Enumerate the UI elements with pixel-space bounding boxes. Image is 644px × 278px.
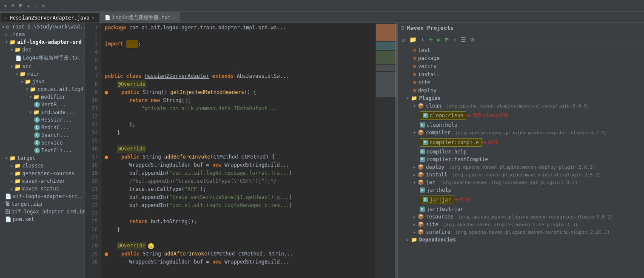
pom-icon: 📄	[5, 216, 11, 222]
grid-icon[interactable]: ⊞	[18, 2, 24, 10]
sidebar-maven-status[interactable]: ▸ 📁 maven-status	[0, 185, 85, 193]
minimap[interactable]	[375, 23, 397, 278]
sidebar-src[interactable]: ▾ 📁 src	[0, 62, 85, 70]
code-line-29: public String addAfterInvoke(CtMethod ct…	[105, 250, 375, 258]
sidebar-target-zip[interactable]: 🗜 target.zip	[0, 200, 85, 208]
maven-grid-btn[interactable]: ⊞	[444, 35, 450, 44]
maven-folder-btn[interactable]: 📁	[408, 35, 418, 44]
arch-folder-icon: 📁	[14, 178, 21, 184]
aif-folder-icon: 📁	[9, 39, 16, 45]
sidebar-gen-sources[interactable]: ▸ 📁 generated-sources	[0, 170, 85, 177]
compiler-expand-arrow[interactable]: ▾	[413, 130, 416, 136]
maven-goal-jar-testjar[interactable]: m jar:test-jar	[398, 205, 644, 213]
deploy-plugin-label: deploy	[426, 164, 444, 170]
maven-goal-compiler-help[interactable]: m compiler:help	[398, 148, 644, 156]
close-icon[interactable]: ✕	[40, 2, 46, 10]
plugins-expand-arrow[interactable]: ▾	[406, 95, 409, 101]
deps-expand-arrow[interactable]: ▸	[406, 237, 409, 243]
add-icon[interactable]: ⊕	[10, 2, 16, 10]
maven-lifecycle-site[interactable]: ⚙ site	[398, 78, 644, 86]
maven-plugin-deploy[interactable]: ▸ 📦 deploy (org.apache.maven.plugins:mav…	[398, 163, 644, 171]
sidebar-main[interactable]: ▾ 📁 main	[0, 70, 85, 78]
surefire-expand-arrow[interactable]: ▸	[413, 229, 416, 235]
src-folder-icon: 📁	[14, 63, 21, 69]
sidebar-idea[interactable]: ▸ .idea	[0, 31, 85, 38]
maven-plugin-resources[interactable]: ▸ 📦 resources (org.apache.maven.plugins:…	[398, 213, 644, 221]
maven-refresh-btn[interactable]: ↺	[400, 35, 406, 44]
maven-lifecycle-test[interactable]: ⚙ test	[398, 46, 644, 54]
sidebar-maven-archiver[interactable]: ▸ 📁 maven-archiver	[0, 177, 85, 185]
maven-plugins-header[interactable]: ▾ 📁 Plugins	[398, 94, 644, 102]
jar-jar-label: jar:jar	[430, 197, 451, 203]
clean-help-icon: m	[420, 122, 425, 128]
maven-lifecycle-install[interactable]: ⚙ install	[398, 70, 644, 78]
compiler-compile-icon: m	[423, 140, 428, 145]
maven-lifecycle-deploy[interactable]: ⚙ deploy	[398, 86, 644, 94]
maven-goal-compiler-testcompile[interactable]: m compiler:testCompile	[398, 156, 644, 163]
minimize-icon[interactable]: —	[33, 2, 39, 10]
install-label: install	[418, 71, 440, 77]
maven-goal-clean-clean[interactable]: m clean:clean	[420, 111, 466, 120]
zip-icon: 🗜	[5, 201, 10, 207]
sidebar-hessian[interactable]: C Hessiar...	[0, 116, 85, 124]
sidebar-aif[interactable]: ▾ 📁 aif-log4x-adapter-srd	[0, 38, 85, 46]
maven-goal-jar-help[interactable]: m jar:help	[398, 186, 644, 194]
maven-settings-btn[interactable]: ⚙	[469, 35, 475, 44]
sidebar-srd[interactable]: ▾ 📁 srd.wade...	[0, 108, 85, 116]
sidebar-service[interactable]: C Service	[0, 139, 85, 147]
code-area[interactable]: package com.ai.aif.log4x.agent.trans.ada…	[101, 23, 375, 278]
maven-plugin-clean[interactable]: ▾ 📦 clean (org.apache.maven.plugins:mave…	[398, 102, 644, 110]
maven-lifecycle-verify[interactable]: ⚙ verify	[398, 62, 644, 70]
srd-label: srd.wade...	[41, 109, 74, 115]
maven-lightning-btn[interactable]: ⚡	[451, 35, 457, 44]
compiler-annotation-text: 编译	[488, 139, 498, 146]
maven-content: ⚙ test ⚙ package ⚙ verify ⚙ install ⚙ si…	[398, 46, 644, 278]
sidebar-root[interactable]: ▾ e-root D:\Study\work\wad...	[0, 23, 85, 31]
sidebar-redis[interactable]: C RedisC...	[0, 124, 85, 131]
sidebar-classes[interactable]: ▸ 📁 classes	[0, 162, 85, 170]
maven-goal-compiler-compile[interactable]: m compiler:compile	[420, 138, 482, 147]
install-expand-arrow[interactable]: ▸	[413, 172, 416, 178]
deploy-expand-arrow[interactable]: ▸	[413, 164, 416, 170]
maven-list-btn[interactable]: ☰	[459, 35, 467, 44]
sidebar-target[interactable]: ▾ 📁 target	[0, 154, 85, 162]
maven-lifecycle-package[interactable]: ⚙ package	[398, 54, 644, 62]
maven-goal-jar-jar[interactable]: m jar:jar	[420, 196, 454, 204]
dropdown-icon[interactable]: ▾	[3, 2, 9, 10]
tab-txt[interactable]: 📄 Log4x埋点新增手册.txt ✕	[100, 12, 180, 23]
gen-label: generated-sources	[22, 170, 74, 176]
tab-java[interactable]: ☕ Hessian2ServerAdapter.java ✕	[0, 12, 99, 23]
maven-dependencies-header[interactable]: ▸ 📁 Dependencies	[398, 236, 644, 244]
sidebar-search[interactable]: C Search...	[0, 131, 85, 139]
tab-txt-close[interactable]: ✕	[173, 15, 176, 20]
maven-run-btn[interactable]: ▶	[436, 35, 442, 44]
maven-plugin-compiler[interactable]: ▾ 📦 compiler (org.apache.maven.plugins:m…	[398, 129, 644, 136]
sidebar-doc[interactable]: ▾ 📁 doc	[0, 46, 85, 54]
site-expand-arrow[interactable]: ▸	[413, 221, 416, 227]
sidebar-log4x-txt[interactable]: 📄 Log4x埋点新增手册.tx...	[0, 54, 85, 62]
resources-expand-arrow[interactable]: ▸	[413, 214, 416, 220]
maven-goal-clean-help[interactable]: m clean:help	[398, 121, 644, 129]
sidebar-com-ai[interactable]: ▾ 📁 com.ai.aif.log4...	[0, 85, 85, 93]
classes-arrow: ▸	[10, 163, 13, 169]
maven-plugin-install[interactable]: ▸ 📦 install (org.apache.maven.plugins:ma…	[398, 171, 644, 179]
sidebar-pom[interactable]: 📄 pom.xml	[0, 216, 85, 223]
clean-expand-arrow[interactable]: ▾	[413, 103, 416, 109]
compiler-testcompile-icon: m	[420, 157, 425, 162]
sidebar-aif-jar[interactable]: 📄 aif-log4x-adapter-src...	[0, 193, 85, 200]
maven-plugin-jar[interactable]: ▾ 📦 jar (org.apache.maven.plugins:maven-…	[398, 179, 644, 186]
maven-add-btn[interactable]: +	[427, 34, 434, 44]
code-line-9: public String[] getInjectedMethodHeaders…	[105, 88, 375, 96]
settings-icon[interactable]: ✦	[25, 2, 31, 10]
doc-arrow: ▾	[10, 47, 13, 53]
jar-expand-arrow[interactable]: ▾	[413, 179, 416, 185]
sidebar-textcli[interactable]: C TextCli...	[0, 147, 85, 154]
maven-plugin-site[interactable]: ▸ 📦 site (org.apache.maven.plugins:maven…	[398, 221, 644, 228]
tab-java-close[interactable]: ✕	[91, 15, 94, 20]
sidebar-modifier[interactable]: ▾ 📁 modifier	[0, 93, 85, 101]
maven-plugin-surefire[interactable]: ▸ 📦 surefire (org.apache.maven.plugins:m…	[398, 228, 644, 236]
sidebar-img[interactable]: 🖼 aif-log4x-adapter-srd.im...	[0, 208, 85, 216]
sidebar-verbr[interactable]: C VerbR...	[0, 101, 85, 108]
sidebar-java[interactable]: ▾ 📁 java	[0, 78, 85, 85]
maven-download-btn[interactable]: ⬇	[419, 35, 425, 44]
